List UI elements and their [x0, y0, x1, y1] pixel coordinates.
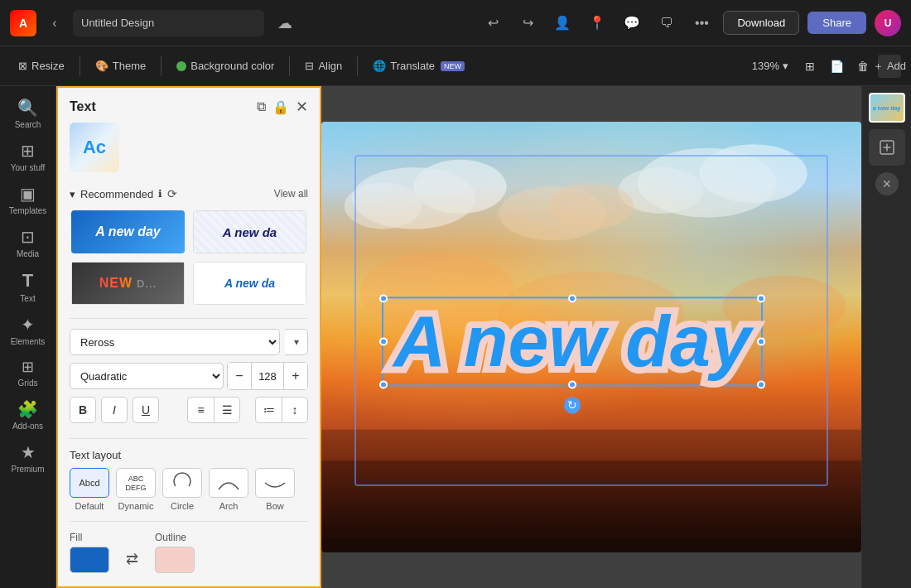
share-button[interactable]: Share — [807, 12, 866, 34]
layout-option-default[interactable]: Abcd Default — [70, 468, 109, 511]
fill-color-swatch[interactable] — [70, 547, 109, 573]
font-size-input[interactable] — [251, 363, 284, 389]
list-group: ≔ ↕ — [255, 397, 308, 423]
bg-color-button[interactable]: Background color — [168, 55, 282, 76]
align-group: ≡ ☰ — [187, 397, 240, 423]
font-name-chevron[interactable]: ▾ — [285, 329, 308, 355]
redo-button[interactable]: ↪ — [514, 10, 541, 36]
style-preview-1[interactable]: A new day — [70, 209, 186, 255]
layout-option-arch[interactable]: Arch — [209, 468, 248, 511]
layout-label-circle: Circle — [171, 501, 194, 511]
align-center-button[interactable]: ☰ — [214, 397, 240, 423]
media-icon: ⊡ — [21, 227, 35, 247]
pages-icon[interactable]: 📄 — [825, 55, 848, 78]
more-options-button[interactable]: ••• — [688, 10, 715, 36]
location-button[interactable]: 📍 — [584, 10, 610, 36]
underline-button[interactable]: U — [133, 397, 159, 423]
font-size-decrease-button[interactable]: − — [228, 363, 251, 389]
sidebar-item-elements[interactable]: ✦ Elements — [5, 310, 51, 351]
view-all-link[interactable]: View all — [274, 188, 308, 200]
resize-button[interactable]: ⊠ Resize — [10, 55, 73, 76]
resize-handle-br[interactable] — [757, 380, 765, 388]
resize-handle-bm[interactable] — [568, 380, 576, 388]
sidebar-item-your-stuff[interactable]: ⊞ Your stuff — [5, 136, 51, 177]
font-size-increase-button[interactable]: + — [284, 363, 307, 389]
resize-handle-tm[interactable] — [568, 294, 576, 302]
font-controls: Reross ▾ Quadratic − + B I U — [58, 322, 320, 435]
layout-label-arch: Arch — [219, 501, 239, 511]
sidebar-item-media[interactable]: ⊡ Media — [5, 222, 51, 263]
add-page-button[interactable] — [869, 129, 905, 166]
resize-handle-mr[interactable] — [757, 337, 765, 345]
collaborators-button[interactable]: 👤 — [549, 10, 576, 36]
sidebar-label-premium: Premium — [11, 465, 44, 474]
align-left-button[interactable]: ≡ — [187, 397, 214, 423]
theme-button[interactable]: 🎨 Theme — [87, 55, 154, 76]
close-overlay-button[interactable]: ✕ — [875, 172, 899, 195]
sidebar-item-templates[interactable]: ▣ Templates — [5, 179, 51, 220]
font-style-select[interactable]: Quadratic — [70, 363, 224, 389]
copy-icon[interactable]: ⧉ — [257, 99, 266, 114]
undo-button[interactable]: ↩ — [480, 10, 506, 36]
download-button[interactable]: Download — [723, 11, 799, 35]
theme-label: Theme — [113, 60, 146, 72]
resize-handle-tl[interactable] — [379, 294, 388, 302]
layout-option-bow[interactable]: Bow — [255, 468, 295, 511]
add-ons-icon: 🧩 — [17, 399, 38, 419]
bullet-list-button[interactable]: ≔ — [255, 397, 282, 423]
panel-close-button[interactable]: ✕ — [296, 98, 308, 116]
style-preview-4[interactable]: A new da — [191, 260, 308, 306]
translate-button[interactable]: 🌐 Translate NEW — [364, 55, 473, 76]
layout-option-dynamic[interactable]: ABCDEFG Dynamic — [116, 468, 156, 511]
sidebar-item-add-ons[interactable]: 🧩 Add-ons — [5, 394, 51, 436]
rotate-handle[interactable]: ↻ — [564, 397, 581, 413]
outline-color-swatch[interactable] — [155, 547, 195, 573]
text-thumbnail: Ac — [70, 123, 119, 172]
grid-view-icon[interactable]: ⊞ — [798, 55, 822, 78]
panel-divider-2 — [70, 438, 308, 439]
text-layout-title: Text layout — [70, 449, 308, 461]
style-preview-3[interactable]: NEW D... — [70, 260, 186, 306]
align-button[interactable]: ⊟ Align — [296, 55, 350, 76]
refresh-icon[interactable]: ⟳ — [167, 187, 177, 200]
font-name-select[interactable]: Reross — [70, 329, 280, 355]
plus-icon: ＋ — [873, 59, 884, 74]
recommended-title: ▾ Recommended ℹ ⟳ — [70, 187, 177, 200]
sidebar-item-grids[interactable]: ⊞ Grids — [5, 353, 51, 393]
chat-button[interactable]: 🗨 — [653, 10, 680, 36]
font-name-row: Reross ▾ — [70, 329, 308, 355]
lock-icon[interactable]: 🔒 — [272, 99, 289, 115]
document-title-bar[interactable]: Untitled Design — [73, 10, 264, 36]
fill-outline-row: Fill ⇄ Outline — [70, 532, 308, 573]
comment-button[interactable]: 💬 — [619, 10, 645, 36]
sidebar-item-premium[interactable]: ★ Premium — [5, 437, 51, 479]
canvas-text-element[interactable]: A new day ↻ — [382, 296, 763, 386]
add-button[interactable]: ＋ Add — [878, 55, 901, 78]
resize-handle-tr[interactable] — [757, 294, 765, 302]
outline-thickness-section: Outline thickness 80 — [58, 580, 320, 588]
right-panel: a new day ✕ — [861, 86, 911, 588]
sidebar-label-add-ons: Add-ons — [12, 422, 43, 431]
translate-new-badge: NEW — [441, 61, 465, 71]
text-layout-section: Text layout Abcd Default ABCDEFG Dynamic — [58, 442, 320, 518]
italic-button[interactable]: I — [101, 397, 128, 423]
bold-button[interactable]: B — [70, 397, 96, 423]
layout-box-default: Abcd — [70, 468, 109, 498]
layout-option-circle[interactable]: Circle — [162, 468, 202, 511]
canvas-area[interactable]: A new day ↻ — [321, 86, 861, 588]
sidebar-item-search[interactable]: 🔍 Search — [5, 93, 51, 134]
sidebar-item-text[interactable]: T Text — [5, 265, 51, 308]
avatar[interactable]: U — [875, 10, 901, 36]
style-preview-2[interactable]: A new da — [191, 209, 308, 255]
page-thumbnail[interactable]: a new day — [869, 93, 905, 123]
canvas-text[interactable]: A new day — [393, 305, 751, 378]
delete-icon[interactable]: 🗑 — [851, 55, 875, 78]
resize-handle-bl[interactable] — [379, 380, 388, 388]
document-title: Untitled Design — [81, 17, 154, 29]
resize-handle-ml[interactable] — [379, 337, 388, 345]
layout-box-bow — [255, 468, 295, 498]
line-spacing-button[interactable]: ↕ — [282, 397, 308, 423]
back-button[interactable]: ‹ — [43, 12, 66, 35]
resize-icon: ⊠ — [18, 60, 27, 72]
swap-colors-button[interactable]: ⇄ — [126, 550, 138, 568]
